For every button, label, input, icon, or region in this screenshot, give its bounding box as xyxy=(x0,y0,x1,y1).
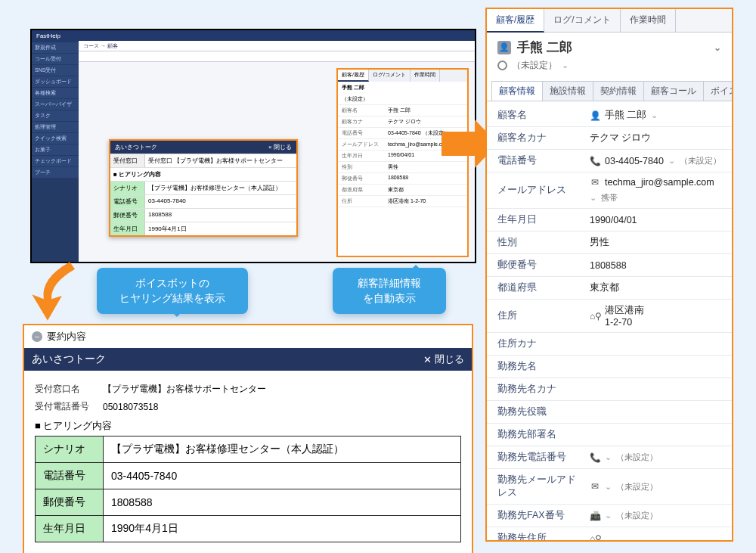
field-row: 勤務先メールアドレス✉⌄（未設定） xyxy=(487,469,732,505)
small-tab[interactable]: 作業時間 xyxy=(411,70,440,82)
small-customer-name: 手熊 二郎 xyxy=(338,82,467,94)
field-text: テクマ ジロウ xyxy=(590,132,651,144)
field-value: 📞03-4405-7840⌄（未設定） xyxy=(590,155,721,166)
field-value: 1808588 xyxy=(590,260,721,271)
field-value: 👤手熊 二郎⌄ xyxy=(590,109,721,122)
field-row: 顧客名👤手熊 二郎⌄ xyxy=(487,104,732,127)
outer-tab[interactable]: 顧客/履歴 xyxy=(487,9,544,33)
ring-icon xyxy=(497,61,507,70)
reception-tel-label: 受付電話番号 xyxy=(35,400,92,413)
app-main-area: コース → 顧客 あいさつトーク × 閉じる 受付窓口受付窓口 【プラザ電機】お… xyxy=(79,41,475,262)
field-row: 住所⌂⚲港区港南 1-2-70 xyxy=(487,300,732,333)
field-label: 勤務先電話番号 xyxy=(497,451,582,464)
field-row: 勤務先電話番号📞⌄（未設定） xyxy=(487,446,732,469)
field-value: ⌂⚲ xyxy=(590,533,721,541)
chevron-down-icon[interactable]: ⌄ xyxy=(605,511,612,520)
inner-tab[interactable]: 契約情報 xyxy=(593,81,644,101)
chevron-down-icon[interactable]: ⌄ xyxy=(714,42,721,53)
field-suffix: （未設定） xyxy=(616,481,658,492)
phone-icon: 📞 xyxy=(590,156,600,166)
field-row: 性別男性 xyxy=(487,231,732,254)
small-line-key: 電話番号 xyxy=(342,129,383,137)
field-label: 顧客名カナ xyxy=(497,132,582,144)
table-row: シナリオ【プラザ電機】お客様修理センター（本人認証） xyxy=(36,436,461,463)
toolbar xyxy=(79,51,475,62)
field-value: ✉⌄（未設定） xyxy=(590,481,721,492)
field-label: 勤務先住所 xyxy=(497,532,582,540)
small-line-val: 港区港南 1-2-70 xyxy=(388,197,426,205)
small-line-key: 顧客名 xyxy=(342,107,383,114)
reception-tel-value: 05018073518 xyxy=(103,402,158,412)
field-row: メールアドレス✉techma_jiro@sample.com⌄携帯 xyxy=(487,172,732,209)
field-text: 男性 xyxy=(590,236,609,249)
small-row-value: 03-4405-7840 xyxy=(145,195,296,208)
field-suffix: （未設定） xyxy=(616,510,658,521)
hearing-value: 1808588 xyxy=(104,489,461,516)
small-row-label: 生年月日 xyxy=(110,222,145,235)
inner-tab[interactable]: ボイスボット xyxy=(703,81,732,101)
customer-status: （未設定） xyxy=(512,59,557,72)
small-status: （未設定） xyxy=(342,95,368,103)
field-label: 勤務先FAX番号 xyxy=(497,509,582,522)
person-icon: 👤 xyxy=(497,41,511,54)
outer-tab[interactable]: 作業時間 xyxy=(621,9,676,32)
chevron-down-icon[interactable]: ⌄ xyxy=(590,193,596,203)
bg-side-item: ダッシュボード xyxy=(32,76,79,87)
bg-side-item: タスク xyxy=(32,110,79,121)
small-popup-close[interactable]: × 閉じる xyxy=(268,143,292,151)
field-row: 勤務先名カナ xyxy=(487,378,732,401)
bg-side-item: チェックボード xyxy=(32,156,79,166)
inner-tabs: 顧客情報施設情報契約情報顧客コールボイスボット xyxy=(487,81,732,101)
chevron-down-icon[interactable]: ⌄ xyxy=(668,156,675,166)
field-label: 顧客名 xyxy=(497,109,582,122)
small-tab[interactable]: ログ/コメント xyxy=(369,70,411,82)
chevron-down-icon[interactable]: ⌄ xyxy=(651,110,658,120)
small-greeting-popup: あいさつトーク × 閉じる 受付窓口受付窓口 【プラザ電機】お客様サポートセンタ… xyxy=(109,139,298,237)
close-button[interactable]: ✕ 閉じる xyxy=(423,353,464,366)
hearing-label: 電話番号 xyxy=(36,463,104,489)
field-value: 男性 xyxy=(590,236,721,249)
field-text: techma_jiro@sample.com xyxy=(605,177,714,188)
small-row-label: 電話番号 xyxy=(110,195,145,208)
callout-voicebot: ボイスボットの ヒヤリング結果を表示 xyxy=(97,268,248,314)
chevron-down-icon[interactable]: ⌄ xyxy=(605,452,612,462)
field-row: 勤務先部署名 xyxy=(487,424,732,446)
field-text: 手熊 二郎 xyxy=(605,109,646,122)
collapse-icon[interactable]: − xyxy=(32,331,42,342)
small-tab[interactable]: 顧客/履歴 xyxy=(338,70,369,82)
field-label: 住所 xyxy=(497,309,582,322)
small-hearing-title: ■ ヒアリング内容 xyxy=(110,168,296,181)
field-text: 東京都 xyxy=(590,281,619,294)
field-value: ✉techma_jiro@sample.com⌄携帯 xyxy=(590,177,721,203)
customer-detail-panel: 顧客/履歴ログ/コメント作業時間 👤 手熊 二郎 ⌄ （未設定） ⌄ 顧客情報施… xyxy=(485,8,733,542)
mail-icon: ✉ xyxy=(590,177,600,188)
field-label: 性別 xyxy=(497,236,582,249)
outer-tabs: 顧客/履歴ログ/コメント作業時間 xyxy=(487,9,732,33)
app-screenshot-thumb: FastHelp 新規作成コール受付SNS受付ダッシュボード各種検索スーパーバイ… xyxy=(30,29,476,263)
bg-side-item: クイック検索 xyxy=(32,133,79,144)
hearing-value: 1990年4月1日 xyxy=(104,516,461,542)
outer-tab[interactable]: ログ/コメント xyxy=(544,9,620,32)
hearing-label: 郵便番号 xyxy=(36,489,104,516)
small-row-label: 郵便番号 xyxy=(110,209,145,222)
small-row-value: 1990年4月1日 xyxy=(145,222,296,235)
inner-tab[interactable]: 施設情報 xyxy=(542,81,593,101)
field-suffix: （未設定） xyxy=(616,452,658,463)
chevron-down-icon[interactable]: ⌄ xyxy=(605,482,612,492)
chevron-down-icon[interactable]: ⌄ xyxy=(562,61,569,70)
bg-side-item: お菓子 xyxy=(32,144,79,155)
field-row: 勤務先FAX番号📠⌄（未設定） xyxy=(487,505,732,527)
field-value: ⌂⚲港区港南 1-2-70 xyxy=(590,304,721,328)
field-value: 東京都 xyxy=(590,281,721,294)
small-line-key: 都道府県 xyxy=(342,186,383,194)
bg-side-item: スーパーバイザ xyxy=(32,99,79,110)
phone-icon: 📞 xyxy=(590,452,600,463)
field-label: 電話番号 xyxy=(497,154,582,167)
customer-fields: 顧客名👤手熊 二郎⌄顧客名カナテクマ ジロウ電話番号📞03-4405-7840⌄… xyxy=(487,101,732,540)
summary-title: 要約内容 xyxy=(47,330,86,343)
inner-tab[interactable]: 顧客情報 xyxy=(491,81,543,101)
app-titlebar: FastHelp xyxy=(32,30,475,41)
field-row: 勤務先住所⌂⚲ xyxy=(487,527,732,540)
inner-tab[interactable]: 顧客コール xyxy=(643,81,704,101)
close-label: 閉じる xyxy=(435,353,464,366)
